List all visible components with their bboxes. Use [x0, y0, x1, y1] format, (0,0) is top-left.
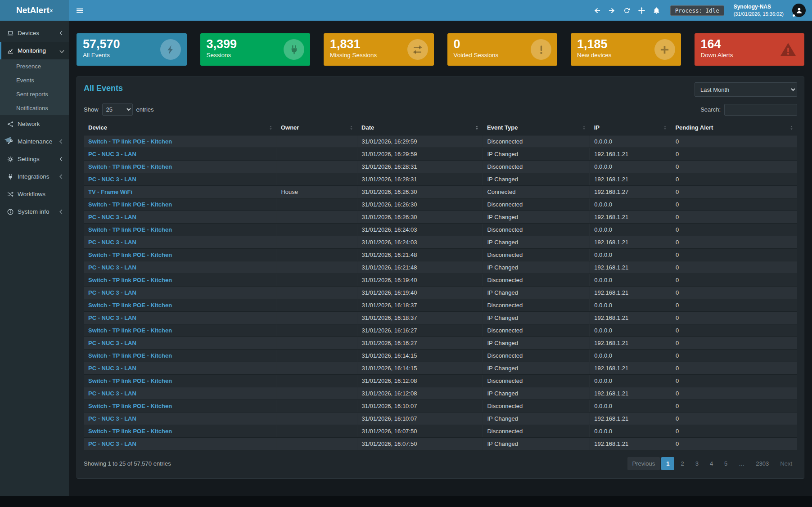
pagination-previous[interactable]: Previous — [627, 457, 660, 470]
device-link[interactable]: PC - NUC 3 - LAN — [88, 289, 136, 296]
sidebar-item-system-info[interactable]: System info — [0, 203, 69, 220]
pagination-page-4[interactable]: 4 — [705, 457, 718, 470]
device-link[interactable]: PC - NUC 3 - LAN — [88, 151, 136, 157]
sidebar-item-label: Workflows — [18, 191, 65, 197]
sidebar-item-settings[interactable]: Settings — [0, 150, 69, 168]
cell-event-type: IP Changed — [483, 438, 590, 450]
device-link[interactable]: PC - NUC 3 - LAN — [88, 390, 136, 397]
pagination-page-3[interactable]: 3 — [690, 457, 704, 470]
period-select[interactable]: Last Month — [695, 82, 797, 97]
process-status-badge[interactable]: Process: Idle — [670, 5, 724, 16]
sidebar-subitem-presence[interactable]: Presence — [0, 59, 69, 73]
column-header-owner[interactable]: Owner — [276, 120, 357, 135]
cell-device: Switch - TP link POE - Kitchen — [84, 299, 276, 312]
sidebar-item-monitoring[interactable]: Monitoring — [0, 42, 69, 59]
device-link[interactable]: PC - NUC 3 - LAN — [88, 176, 136, 183]
device-link[interactable]: Switch - TP link POE - Kitchen — [88, 352, 172, 359]
device-link[interactable]: Switch - TP link POE - Kitchen — [88, 277, 172, 283]
device-link[interactable]: Switch - TP link POE - Kitchen — [88, 251, 172, 258]
sidebar-item-label: Maintenance — [18, 138, 56, 145]
device-link[interactable]: Switch - TP link POE - Kitchen — [88, 138, 172, 145]
cell-date: 31/01/2026, 16:24:03 — [357, 236, 483, 249]
move-button[interactable] — [638, 7, 645, 14]
bell-button[interactable] — [653, 7, 660, 14]
sidebar-subitem-notifications[interactable]: Notifications — [0, 101, 69, 115]
cell-date: 31/01/2026, 16:07:50 — [357, 438, 483, 450]
cell-owner — [276, 299, 357, 312]
stat-card-sessions[interactable]: 3,399Sessions — [200, 33, 311, 66]
cell-ip: 192.168.1.21 — [590, 362, 671, 375]
sidebar-item-workflows[interactable]: Workflows — [0, 185, 69, 203]
arrow-right-button[interactable] — [609, 7, 615, 14]
stat-cards-row: 57,570All Events3,399Sessions1,831Missin… — [77, 33, 804, 66]
cell-owner — [276, 413, 357, 425]
stat-card-down-alerts[interactable]: 164Down Alerts — [695, 33, 805, 66]
column-header-date[interactable]: Date — [357, 120, 483, 135]
search-input[interactable] — [724, 104, 797, 116]
device-link[interactable]: PC - NUC 3 - LAN — [88, 214, 136, 220]
cell-ip: 0.0.0.0 — [590, 249, 671, 261]
pagination-next[interactable]: Next — [775, 457, 797, 470]
user-avatar[interactable] — [792, 4, 806, 17]
sidebar-toggle-button[interactable] — [69, 0, 90, 21]
table-row: TV - Frame WiFiHouse31/01/2026, 16:26:30… — [84, 186, 797, 198]
chevron-down-icon — [60, 49, 64, 53]
table-row: Switch - TP link POE - Kitchen31/01/2026… — [84, 198, 797, 211]
pagination-page-2[interactable]: 2 — [676, 457, 689, 470]
sidebar-item-devices[interactable]: Devices — [0, 24, 69, 42]
device-link[interactable]: Switch - TP link POE - Kitchen — [88, 327, 172, 334]
pagination-page-5[interactable]: 5 — [719, 457, 732, 470]
app-logo[interactable]: NetAlertx — [0, 0, 69, 21]
cell-pending-alert: 0 — [671, 274, 797, 287]
stat-card-missing-sessions[interactable]: 1,831Missing Sessions — [324, 33, 434, 66]
cell-date: 31/01/2026, 16:18:37 — [357, 299, 483, 312]
table-row: Switch - TP link POE - Kitchen31/01/2026… — [84, 350, 797, 362]
device-link[interactable]: Switch - TP link POE - Kitchen — [88, 377, 172, 384]
device-link[interactable]: Switch - TP link POE - Kitchen — [88, 428, 172, 435]
stat-card-new-devices[interactable]: 1,185New devices — [571, 33, 681, 66]
column-header-pending-alert[interactable]: Pending Alert — [671, 120, 797, 135]
device-link[interactable]: Switch - TP link POE - Kitchen — [88, 226, 172, 233]
device-link[interactable]: Switch - TP link POE - Kitchen — [88, 163, 172, 170]
device-link[interactable]: Switch - TP link POE - Kitchen — [88, 201, 172, 208]
refresh-icon — [623, 7, 630, 14]
device-link[interactable]: Switch - TP link POE - Kitchen — [88, 302, 172, 309]
exchange-icon — [412, 45, 423, 55]
show-label: Show — [84, 106, 99, 113]
device-link[interactable]: PC - NUC 3 - LAN — [88, 340, 136, 346]
cell-ip: 192.168.1.21 — [590, 236, 671, 249]
device-link[interactable]: TV - Frame WiFi — [88, 188, 132, 195]
pagination-page-1[interactable]: 1 — [661, 457, 674, 470]
sidebar-item-label: Settings — [18, 156, 56, 162]
device-link[interactable]: PC - NUC 3 - LAN — [88, 440, 136, 447]
arrow-left-button[interactable] — [594, 7, 600, 14]
cell-ip: 0.0.0.0 — [590, 135, 671, 148]
device-link[interactable]: Switch - TP link POE - Kitchen — [88, 403, 172, 409]
cell-device: PC - NUC 3 - LAN — [84, 287, 276, 299]
sidebar-subitem-events[interactable]: Events — [0, 73, 69, 87]
column-header-device[interactable]: Device — [84, 120, 276, 135]
sidebar-item-network[interactable]: Network — [0, 115, 69, 133]
device-link[interactable]: PC - NUC 3 - LAN — [88, 314, 136, 321]
pagination-page-2303[interactable]: 2303 — [751, 457, 774, 470]
device-link[interactable]: PC - NUC 3 - LAN — [88, 415, 136, 422]
page-length-select[interactable]: 25 — [102, 103, 133, 116]
column-header-event-type[interactable]: Event Type — [483, 120, 590, 135]
refresh-button[interactable] — [623, 7, 630, 14]
device-link[interactable]: PC - NUC 3 - LAN — [88, 365, 136, 372]
cell-pending-alert: 0 — [671, 186, 797, 198]
sort-icon — [268, 125, 273, 130]
bolt-icon — [165, 45, 176, 55]
sidebar-subitem-sent-reports[interactable]: Sent reports — [0, 87, 69, 101]
device-link[interactable]: PC - NUC 3 - LAN — [88, 264, 136, 271]
stat-card-all-events[interactable]: 57,570All Events — [77, 33, 187, 66]
column-header-ip[interactable]: IP — [590, 120, 671, 135]
device-link[interactable]: PC - NUC 3 - LAN — [88, 239, 136, 246]
table-row: Switch - TP link POE - Kitchen31/01/2026… — [84, 299, 797, 312]
cell-pending-alert: 0 — [671, 312, 797, 324]
table-footer: Showing 1 to 25 of 57,570 entries Previo… — [84, 450, 797, 475]
stat-card-voided-sessions[interactable]: 0Voided Sessions — [447, 33, 558, 66]
paper-plane-icon[interactable] — [4, 136, 11, 144]
table-row: Switch - TP link POE - Kitchen31/01/2026… — [84, 135, 797, 148]
sidebar-item-integrations[interactable]: Integrations — [0, 168, 69, 185]
